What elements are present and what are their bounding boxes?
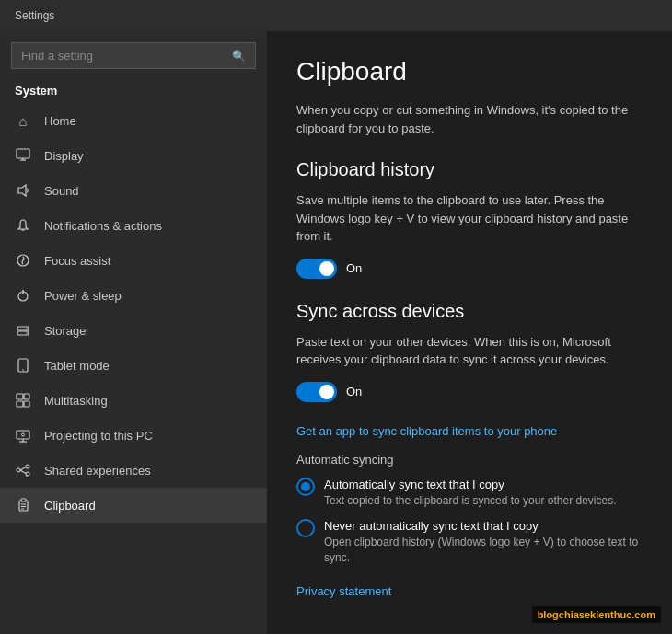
svg-point-23: [26, 472, 29, 476]
sync-toggle-row: On: [296, 382, 643, 402]
search-box[interactable]: 🔍: [11, 42, 256, 69]
sidebar: 🔍 System ⌂ Home Display Sound Notif: [0, 31, 267, 634]
sidebar-item-label: Sound: [44, 184, 79, 198]
sidebar-item-label: Multitasking: [44, 394, 108, 408]
focus-icon: [15, 252, 31, 269]
sidebar-item-sound[interactable]: Sound: [0, 173, 267, 208]
history-section-desc: Save multiple items to the clipboard to …: [296, 191, 643, 246]
sidebar-item-label: Power & sleep: [44, 289, 122, 303]
sidebar-item-label: Home: [44, 114, 76, 128]
svg-rect-0: [17, 149, 29, 158]
sidebar-item-shared[interactable]: Shared experiences: [0, 453, 267, 488]
svg-point-12: [22, 369, 24, 371]
sync-section-desc: Paste text on your other devices. When t…: [296, 333, 643, 369]
home-icon: ⌂: [15, 112, 31, 129]
radio-option-never[interactable]: Never automatically sync text that I cop…: [296, 519, 643, 566]
sidebar-item-notifications[interactable]: Notifications & actions: [0, 208, 267, 243]
power-icon: [15, 287, 31, 304]
svg-line-24: [20, 467, 26, 471]
multitasking-icon: [15, 392, 31, 409]
svg-point-22: [26, 465, 29, 468]
sidebar-item-power[interactable]: Power & sleep: [0, 278, 267, 313]
sync-section-title: Sync across devices: [296, 301, 643, 322]
svg-rect-16: [24, 401, 29, 407]
svg-line-25: [20, 470, 26, 474]
storage-icon: [15, 322, 31, 339]
svg-point-9: [26, 328, 28, 329]
sidebar-item-label: Notifications & actions: [44, 219, 162, 233]
radio-never-sub: Open clipboard history (Windows logo key…: [324, 535, 643, 566]
sidebar-item-storage[interactable]: Storage: [0, 313, 267, 348]
shared-icon: [15, 462, 31, 478]
sync-phone-link[interactable]: Get an app to sync clipboard items to yo…: [296, 424, 643, 438]
radio-never-text: Never automatically sync text that I cop…: [324, 519, 643, 566]
sidebar-item-label: Focus assist: [44, 254, 110, 268]
history-toggle[interactable]: [296, 259, 337, 279]
svg-marker-3: [18, 185, 26, 196]
sidebar-item-focus[interactable]: Focus assist: [0, 243, 267, 278]
notifications-icon: [15, 217, 31, 234]
sidebar-item-tablet[interactable]: Tablet mode: [0, 348, 267, 383]
radio-never-circle[interactable]: [296, 519, 315, 537]
auto-sync-label: Automatic syncing: [296, 453, 643, 467]
svg-rect-27: [21, 499, 26, 501]
tablet-icon: [15, 357, 31, 374]
sidebar-item-label: Clipboard: [44, 499, 96, 513]
radio-auto-text: Automatically sync text that I copy Text…: [324, 478, 617, 509]
history-toggle-row: On: [296, 259, 643, 279]
svg-rect-17: [17, 431, 29, 439]
sidebar-item-projecting[interactable]: Projecting to this PC: [0, 418, 267, 453]
radio-never-label: Never automatically sync text that I cop…: [324, 519, 643, 533]
system-label: System: [0, 76, 267, 103]
sidebar-item-multitasking[interactable]: Multitasking: [0, 383, 267, 418]
svg-point-10: [26, 332, 28, 334]
sync-toggle-label: On: [346, 385, 362, 398]
radio-auto-circle[interactable]: [296, 478, 315, 496]
sidebar-item-label: Projecting to this PC: [44, 429, 153, 443]
svg-rect-15: [17, 401, 23, 407]
sidebar-item-label: Shared experiences: [44, 464, 151, 478]
radio-auto-sub: Text copied to the clipboard is synced t…: [324, 493, 617, 509]
clipboard-icon: [15, 497, 31, 513]
svg-point-21: [17, 468, 20, 472]
privacy-link[interactable]: Privacy statement: [296, 584, 391, 598]
history-section-title: Clipboard history: [296, 159, 643, 180]
radio-auto-label: Automatically sync text that I copy: [324, 478, 617, 491]
sync-toggle[interactable]: [296, 382, 337, 402]
sidebar-item-label: Storage: [44, 324, 87, 338]
sidebar-item-home[interactable]: ⌂ Home: [0, 103, 267, 138]
page-title: Clipboard: [296, 57, 643, 86]
svg-rect-14: [24, 394, 29, 399]
search-icon: 🔍: [232, 50, 246, 63]
projecting-icon: [15, 427, 31, 444]
app-title: Settings: [0, 0, 672, 31]
history-toggle-label: On: [346, 261, 362, 275]
svg-rect-13: [17, 394, 23, 399]
sidebar-item-display[interactable]: Display: [0, 138, 267, 173]
content-area: Clipboard When you copy or cut something…: [267, 31, 672, 634]
radio-option-auto[interactable]: Automatically sync text that I copy Text…: [296, 478, 643, 509]
sidebar-item-label: Tablet mode: [44, 359, 110, 373]
svg-point-20: [22, 433, 25, 436]
intro-text: When you copy or cut something in Window…: [296, 101, 643, 137]
sidebar-item-clipboard[interactable]: Clipboard: [0, 488, 267, 523]
display-icon: [15, 147, 31, 164]
sidebar-item-label: Display: [44, 149, 84, 163]
search-input[interactable]: [21, 49, 232, 63]
sound-icon: [15, 182, 31, 199]
